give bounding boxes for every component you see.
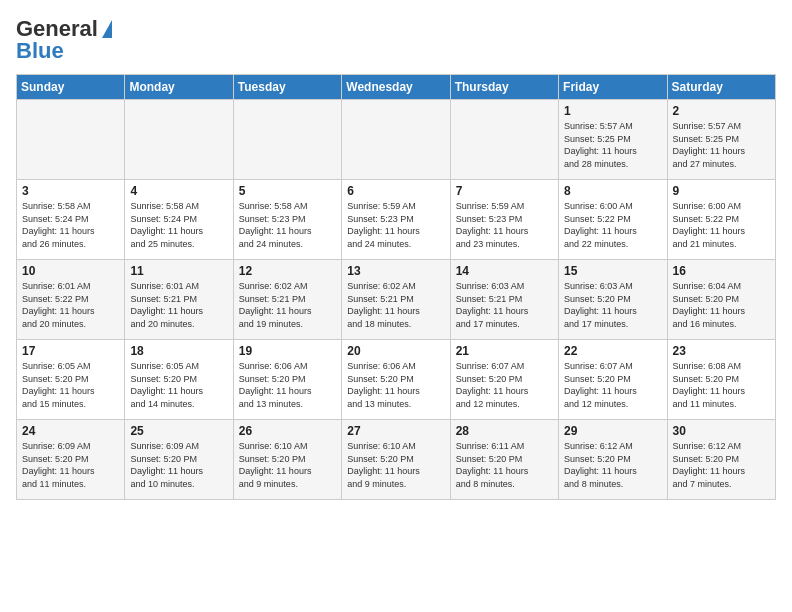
day-number: 29 (564, 424, 661, 438)
day-number: 4 (130, 184, 227, 198)
day-number: 25 (130, 424, 227, 438)
calendar-cell: 13Sunrise: 6:02 AM Sunset: 5:21 PM Dayli… (342, 260, 450, 340)
day-number: 16 (673, 264, 770, 278)
weekday-header: Monday (125, 75, 233, 100)
calendar-cell: 11Sunrise: 6:01 AM Sunset: 5:21 PM Dayli… (125, 260, 233, 340)
calendar-cell (450, 100, 558, 180)
day-info: Sunrise: 6:02 AM Sunset: 5:21 PM Dayligh… (347, 280, 444, 330)
day-info: Sunrise: 6:12 AM Sunset: 5:20 PM Dayligh… (564, 440, 661, 490)
day-info: Sunrise: 6:03 AM Sunset: 5:20 PM Dayligh… (564, 280, 661, 330)
day-info: Sunrise: 5:58 AM Sunset: 5:23 PM Dayligh… (239, 200, 336, 250)
calendar-cell: 2Sunrise: 5:57 AM Sunset: 5:25 PM Daylig… (667, 100, 775, 180)
day-info: Sunrise: 6:01 AM Sunset: 5:21 PM Dayligh… (130, 280, 227, 330)
day-number: 3 (22, 184, 119, 198)
day-number: 22 (564, 344, 661, 358)
calendar-cell: 25Sunrise: 6:09 AM Sunset: 5:20 PM Dayli… (125, 420, 233, 500)
calendar-cell: 21Sunrise: 6:07 AM Sunset: 5:20 PM Dayli… (450, 340, 558, 420)
calendar-cell: 9Sunrise: 6:00 AM Sunset: 5:22 PM Daylig… (667, 180, 775, 260)
day-info: Sunrise: 6:10 AM Sunset: 5:20 PM Dayligh… (347, 440, 444, 490)
calendar-cell: 29Sunrise: 6:12 AM Sunset: 5:20 PM Dayli… (559, 420, 667, 500)
logo: General Blue (16, 16, 112, 64)
day-info: Sunrise: 6:00 AM Sunset: 5:22 PM Dayligh… (564, 200, 661, 250)
calendar-cell: 1Sunrise: 5:57 AM Sunset: 5:25 PM Daylig… (559, 100, 667, 180)
day-number: 10 (22, 264, 119, 278)
calendar-cell: 18Sunrise: 6:05 AM Sunset: 5:20 PM Dayli… (125, 340, 233, 420)
calendar-cell: 22Sunrise: 6:07 AM Sunset: 5:20 PM Dayli… (559, 340, 667, 420)
calendar-cell: 15Sunrise: 6:03 AM Sunset: 5:20 PM Dayli… (559, 260, 667, 340)
weekday-header: Tuesday (233, 75, 341, 100)
calendar-cell: 20Sunrise: 6:06 AM Sunset: 5:20 PM Dayli… (342, 340, 450, 420)
day-info: Sunrise: 6:10 AM Sunset: 5:20 PM Dayligh… (239, 440, 336, 490)
calendar-cell: 24Sunrise: 6:09 AM Sunset: 5:20 PM Dayli… (17, 420, 125, 500)
day-number: 6 (347, 184, 444, 198)
calendar-cell: 19Sunrise: 6:06 AM Sunset: 5:20 PM Dayli… (233, 340, 341, 420)
day-info: Sunrise: 6:05 AM Sunset: 5:20 PM Dayligh… (22, 360, 119, 410)
logo-blue: Blue (16, 38, 64, 64)
weekday-header: Wednesday (342, 75, 450, 100)
calendar-cell: 16Sunrise: 6:04 AM Sunset: 5:20 PM Dayli… (667, 260, 775, 340)
calendar-cell: 27Sunrise: 6:10 AM Sunset: 5:20 PM Dayli… (342, 420, 450, 500)
day-number: 19 (239, 344, 336, 358)
day-number: 7 (456, 184, 553, 198)
calendar-cell: 4Sunrise: 5:58 AM Sunset: 5:24 PM Daylig… (125, 180, 233, 260)
weekday-header: Saturday (667, 75, 775, 100)
day-number: 17 (22, 344, 119, 358)
day-info: Sunrise: 6:04 AM Sunset: 5:20 PM Dayligh… (673, 280, 770, 330)
day-info: Sunrise: 6:07 AM Sunset: 5:20 PM Dayligh… (564, 360, 661, 410)
day-number: 15 (564, 264, 661, 278)
calendar-cell (125, 100, 233, 180)
day-info: Sunrise: 5:57 AM Sunset: 5:25 PM Dayligh… (564, 120, 661, 170)
logo-triangle-icon (102, 20, 112, 38)
calendar-week-row: 1Sunrise: 5:57 AM Sunset: 5:25 PM Daylig… (17, 100, 776, 180)
day-info: Sunrise: 6:06 AM Sunset: 5:20 PM Dayligh… (347, 360, 444, 410)
day-info: Sunrise: 6:09 AM Sunset: 5:20 PM Dayligh… (22, 440, 119, 490)
calendar-cell (233, 100, 341, 180)
calendar-cell: 28Sunrise: 6:11 AM Sunset: 5:20 PM Dayli… (450, 420, 558, 500)
weekday-header: Thursday (450, 75, 558, 100)
calendar-cell: 3Sunrise: 5:58 AM Sunset: 5:24 PM Daylig… (17, 180, 125, 260)
day-info: Sunrise: 5:57 AM Sunset: 5:25 PM Dayligh… (673, 120, 770, 170)
calendar-week-row: 3Sunrise: 5:58 AM Sunset: 5:24 PM Daylig… (17, 180, 776, 260)
calendar-cell (342, 100, 450, 180)
day-info: Sunrise: 5:59 AM Sunset: 5:23 PM Dayligh… (347, 200, 444, 250)
day-info: Sunrise: 5:59 AM Sunset: 5:23 PM Dayligh… (456, 200, 553, 250)
calendar-cell: 26Sunrise: 6:10 AM Sunset: 5:20 PM Dayli… (233, 420, 341, 500)
day-number: 1 (564, 104, 661, 118)
day-number: 2 (673, 104, 770, 118)
day-number: 5 (239, 184, 336, 198)
calendar-cell: 5Sunrise: 5:58 AM Sunset: 5:23 PM Daylig… (233, 180, 341, 260)
calendar-week-row: 17Sunrise: 6:05 AM Sunset: 5:20 PM Dayli… (17, 340, 776, 420)
calendar-cell: 23Sunrise: 6:08 AM Sunset: 5:20 PM Dayli… (667, 340, 775, 420)
weekday-header: Friday (559, 75, 667, 100)
day-info: Sunrise: 5:58 AM Sunset: 5:24 PM Dayligh… (130, 200, 227, 250)
page-header: General Blue (16, 16, 776, 64)
weekday-header-row: SundayMondayTuesdayWednesdayThursdayFrid… (17, 75, 776, 100)
calendar-week-row: 24Sunrise: 6:09 AM Sunset: 5:20 PM Dayli… (17, 420, 776, 500)
calendar-cell: 8Sunrise: 6:00 AM Sunset: 5:22 PM Daylig… (559, 180, 667, 260)
day-number: 9 (673, 184, 770, 198)
day-info: Sunrise: 6:03 AM Sunset: 5:21 PM Dayligh… (456, 280, 553, 330)
day-number: 28 (456, 424, 553, 438)
day-info: Sunrise: 6:02 AM Sunset: 5:21 PM Dayligh… (239, 280, 336, 330)
calendar-cell: 30Sunrise: 6:12 AM Sunset: 5:20 PM Dayli… (667, 420, 775, 500)
calendar-cell (17, 100, 125, 180)
day-number: 12 (239, 264, 336, 278)
day-number: 27 (347, 424, 444, 438)
day-info: Sunrise: 6:07 AM Sunset: 5:20 PM Dayligh… (456, 360, 553, 410)
day-number: 20 (347, 344, 444, 358)
day-info: Sunrise: 6:08 AM Sunset: 5:20 PM Dayligh… (673, 360, 770, 410)
day-number: 26 (239, 424, 336, 438)
day-number: 21 (456, 344, 553, 358)
day-info: Sunrise: 6:05 AM Sunset: 5:20 PM Dayligh… (130, 360, 227, 410)
day-number: 23 (673, 344, 770, 358)
day-number: 8 (564, 184, 661, 198)
day-number: 13 (347, 264, 444, 278)
day-info: Sunrise: 6:01 AM Sunset: 5:22 PM Dayligh… (22, 280, 119, 330)
calendar-week-row: 10Sunrise: 6:01 AM Sunset: 5:22 PM Dayli… (17, 260, 776, 340)
day-number: 24 (22, 424, 119, 438)
calendar-table: SundayMondayTuesdayWednesdayThursdayFrid… (16, 74, 776, 500)
weekday-header: Sunday (17, 75, 125, 100)
day-number: 18 (130, 344, 227, 358)
day-number: 11 (130, 264, 227, 278)
calendar-cell: 17Sunrise: 6:05 AM Sunset: 5:20 PM Dayli… (17, 340, 125, 420)
